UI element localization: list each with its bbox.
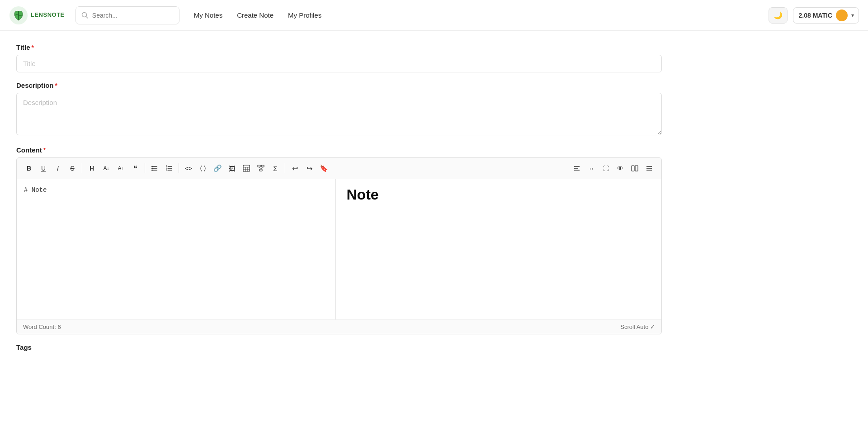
content-label: Content *	[16, 146, 662, 154]
editor-body: # Note Note	[17, 179, 661, 319]
toolbar-blockquote[interactable]: ❝	[128, 162, 142, 175]
editor-toolbar: B U I S H A↓ A↑ ❝	[17, 158, 661, 179]
editor-container: B U I S H A↓ A↑ ❝	[16, 157, 662, 334]
toolbar-superscript[interactable]: A↑	[114, 162, 127, 175]
toolbar-expand-left[interactable]: ↔	[585, 162, 598, 175]
description-required: *	[55, 82, 57, 89]
toolbar-code-block[interactable]: ()	[196, 162, 210, 175]
toolbar-underline[interactable]: U	[37, 162, 50, 175]
editor-footer: Word Count: 6 Scroll Auto ✓	[17, 319, 661, 334]
split-icon	[631, 165, 638, 172]
logo-icon	[9, 6, 28, 25]
svg-point-3	[151, 166, 153, 167]
toolbar-image[interactable]: 🖼	[225, 162, 239, 175]
svg-rect-28	[632, 166, 634, 171]
description-label: Description *	[16, 81, 662, 89]
toolbar-inline-code[interactable]: <>	[182, 162, 195, 175]
scroll-status: Scroll Auto ✓	[620, 324, 655, 330]
toolbar-heading[interactable]: H	[85, 162, 99, 175]
list-view-icon	[646, 165, 653, 172]
svg-rect-21	[261, 165, 264, 167]
svg-rect-22	[259, 169, 262, 171]
toolbar-bold[interactable]: B	[22, 162, 36, 175]
toolbar-save-bookmark[interactable]: 🔖	[317, 162, 330, 175]
svg-line-2	[86, 16, 88, 18]
toolbar-sep-3	[179, 163, 179, 173]
toolbar-undo[interactable]: ↩	[288, 162, 302, 175]
chevron-down-icon: ▾	[851, 12, 854, 19]
nav-create-note[interactable]: Create Note	[237, 10, 274, 21]
svg-rect-29	[635, 166, 638, 171]
toolbar-strikethrough[interactable]: S	[66, 162, 79, 175]
diagram-icon	[257, 165, 264, 172]
svg-rect-15	[243, 165, 250, 171]
toolbar-link[interactable]: 🔗	[211, 162, 224, 175]
toolbar-diagram[interactable]	[254, 162, 268, 175]
svg-line-24	[261, 167, 263, 169]
logo-text: LENSNOTE	[31, 12, 65, 18]
content-field-group: Content * B U I S H A↓ A↑	[16, 146, 662, 334]
wallet-amount: 2.08 MATIC	[799, 12, 832, 19]
toolbar-italic[interactable]: I	[51, 162, 65, 175]
toolbar-fullscreen[interactable]: ⛶	[599, 162, 613, 175]
toolbar-sep-1	[82, 163, 82, 173]
preview-heading: Note	[347, 186, 651, 203]
logo[interactable]: LENSNOTE	[9, 6, 65, 25]
toolbar-right: ↔ ⛶ 👁	[570, 162, 656, 175]
ordered-list-icon: 1. 2. 3.	[165, 165, 173, 172]
description-input[interactable]	[16, 93, 662, 135]
toolbar-table[interactable]	[240, 162, 253, 175]
toolbar-subscript[interactable]: A↓	[99, 162, 113, 175]
title-label: Title *	[16, 43, 662, 51]
toolbar-align[interactable]	[570, 162, 584, 175]
search-input[interactable]	[92, 12, 174, 19]
toolbar-split[interactable]	[628, 162, 642, 175]
avatar	[836, 10, 848, 21]
svg-point-5	[151, 168, 153, 169]
toolbar-formula[interactable]: Σ	[269, 162, 282, 175]
tags-label: Tags	[16, 343, 662, 351]
svg-line-23	[259, 167, 261, 169]
svg-text:3.: 3.	[166, 168, 168, 171]
search-box	[75, 6, 179, 24]
nav-my-profiles[interactable]: My Profiles	[288, 10, 321, 21]
toolbar-sep-2	[145, 163, 145, 173]
title-input[interactable]	[16, 55, 662, 72]
toolbar-ordered-list[interactable]: 1. 2. 3.	[162, 162, 176, 175]
navbar: LENSNOTE My Notes Create Note My Profile…	[0, 0, 868, 31]
align-icon	[573, 165, 580, 172]
svg-point-7	[151, 170, 153, 171]
toolbar-sep-4	[285, 163, 285, 173]
toolbar-redo[interactable]: ↪	[302, 162, 316, 175]
table-icon	[243, 165, 250, 172]
dark-mode-toggle[interactable]: 🌙	[769, 7, 788, 24]
preview-pane: Note	[336, 179, 662, 319]
description-field-group: Description *	[16, 81, 662, 137]
navbar-right: 🌙 2.08 MATIC ▾	[769, 7, 859, 24]
main-content: Title * Description * Content * B U I	[0, 31, 678, 364]
content-required: *	[43, 147, 46, 154]
title-required: *	[32, 44, 34, 51]
title-field-group: Title *	[16, 43, 662, 72]
nav-links: My Notes Create Note My Profiles	[194, 10, 769, 21]
wallet-area[interactable]: 2.08 MATIC ▾	[793, 7, 859, 24]
markdown-editor[interactable]: # Note	[17, 179, 336, 319]
toolbar-preview[interactable]: 👁	[613, 162, 627, 175]
unordered-list-icon	[151, 165, 158, 172]
svg-rect-20	[258, 165, 260, 167]
word-count: Word Count: 6	[23, 324, 61, 330]
toolbar-unordered-list[interactable]	[148, 162, 161, 175]
search-icon	[81, 12, 89, 19]
toolbar-list-view[interactable]	[642, 162, 656, 175]
tags-section: Tags	[16, 343, 662, 351]
nav-my-notes[interactable]: My Notes	[194, 10, 222, 21]
